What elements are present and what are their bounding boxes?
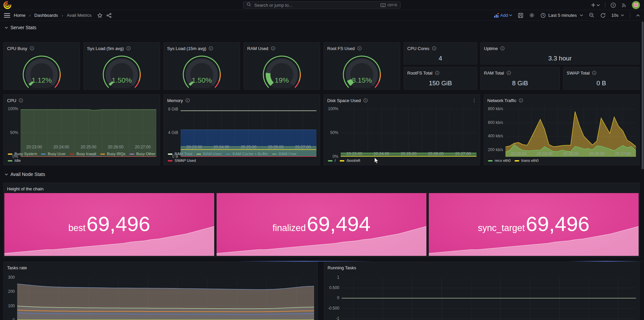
panel-menu-icon[interactable]: ⋮ [472,99,477,102]
legend-item[interactable]: recv eth0 [488,157,510,164]
stat-best[interactable]: best69,496 [4,193,214,256]
axis-tick-label: 20:26:00 [428,151,444,156]
panel-title[interactable]: Tasks rate [7,265,27,270]
section-avail-node-stats[interactable]: Avail Node Stats [5,172,45,177]
info-icon[interactable] [357,46,362,51]
info-icon[interactable] [185,98,190,103]
stat-value: 4 [404,52,477,64]
legend-item[interactable]: trans eth0 [515,157,538,164]
panel-title[interactable]: RAM Total [484,71,504,76]
gauge: 8.15% [324,52,400,90]
running-tasks-chart[interactable] [342,278,636,320]
menu-toggle-button[interactable] [4,13,10,18]
zoom-out-icon[interactable] [589,12,595,18]
info-icon[interactable] [126,46,131,51]
info-icon[interactable] [30,46,34,51]
panel-title[interactable]: Running Tasks [328,265,356,270]
search-bar[interactable]: ctrl+k [243,1,401,9]
panel-title[interactable]: Memory [167,98,183,103]
stat-value: 8 GiB [481,77,560,90]
memory-chart[interactable] [181,106,316,144]
save-dashboard-icon[interactable] [518,13,523,18]
panel-swap-total: SWAP Total 0 B [563,67,640,90]
info-icon[interactable] [271,46,275,51]
news-icon[interactable] [621,2,627,8]
avatar[interactable] [632,1,640,9]
search-input[interactable] [254,2,378,8]
stat-sync-target[interactable]: sync_target69,496 [429,193,639,256]
panel-title[interactable]: Sys Load (15m avg) [167,46,206,51]
panel-title[interactable]: Network Traffic [487,98,516,103]
breadcrumb-home[interactable]: Home [14,13,26,18]
info-icon[interactable] [592,71,597,75]
panel-title[interactable]: RootFS Total [407,71,432,76]
panel-title[interactable]: Height of the chain [7,186,43,191]
panel-title[interactable]: Sys Load (5m avg) [87,46,124,51]
cpu-chart[interactable] [21,106,156,144]
panel-title[interactable]: SWAP Total [567,71,590,76]
grafana-logo-icon[interactable] [3,1,11,9]
stat-finalized[interactable]: finalized69,494 [217,193,426,256]
top-nav: ctrl+k ? [0,0,644,10]
axis-tick-label: 20:27:00 [455,151,471,156]
add-panel-button[interactable]: Add [494,13,512,18]
axis-tick-label: 20:24:00 [53,145,69,149]
info-icon[interactable] [506,71,511,75]
settings-gear-icon[interactable] [529,12,535,18]
panel-memory: Memory 0 B4 GiB8 GiB 20:23:0020:24:0020:… [163,94,320,165]
info-icon[interactable] [363,98,368,103]
tasks-rate-chart[interactable] [17,278,314,320]
scrollbar-thumb[interactable] [642,21,644,169]
panel-title[interactable]: CPU [7,98,16,103]
collapse-toolbar-icon[interactable] [636,14,640,17]
panel-cpu-busy: CPU Busy 1.12% [3,42,80,90]
panel-title[interactable]: CPU Busy [7,46,27,51]
new-menu-button[interactable] [591,3,600,7]
legend-label: recv eth0 [495,157,510,164]
time-range-picker[interactable]: Last 5 minutes [540,13,583,18]
legend-color-chip [168,160,173,162]
disk-chart[interactable] [341,106,477,150]
keyboard-shortcut: ctrl+k [380,3,397,7]
breadcrumb-current: Avail Metrics [67,13,91,18]
gauge: 1.50% [84,52,160,90]
axis-tick-label: 20:26:00 [268,145,283,149]
legend-color-chip [340,160,344,162]
info-icon[interactable] [432,46,437,51]
panel-title[interactable]: Root FS Used [327,46,355,51]
help-icon[interactable]: ? [610,2,616,8]
section-title: Server Stats [10,25,36,30]
breadcrumb-separator: › [29,13,31,18]
axis-tick-label: 50% [10,130,18,135]
axis-tick-label: 0% [12,154,18,159]
share-icon[interactable] [106,13,112,18]
network-chart[interactable] [505,106,636,150]
info-icon[interactable] [435,71,440,75]
info-icon[interactable] [519,98,523,103]
axis-tick-label: 20:23:00 [346,151,362,156]
axis-tick-label: 20:24:00 [214,145,229,149]
gauge: 1.12% [4,52,80,90]
legend-item[interactable]: /boot/efi [340,157,360,164]
panel-title[interactable]: RAM Used [247,46,268,51]
y-axis-labels: 10.5000-0.500-1 [328,278,342,320]
panel-title[interactable]: Uptime [484,46,498,51]
section-server-stats[interactable]: Server Stats [5,25,36,30]
section-title: Avail Node Stats [10,172,45,177]
refresh-icon[interactable] [600,13,606,18]
breadcrumb-dashboards[interactable]: Dashboards [34,13,58,18]
panel-title[interactable]: Disk Space Used [327,98,361,103]
info-icon[interactable] [18,98,23,103]
refresh-interval-dropdown[interactable]: 10s [611,13,624,18]
panel-title[interactable]: CPU Cores [407,46,429,51]
axis-tick-label: 20:26:00 [589,151,605,156]
axis-tick-label: 20:25:00 [401,151,417,156]
legend-color-chip [8,160,12,162]
legend-color-chip [328,160,333,162]
legend-color-chip [515,160,519,162]
info-icon[interactable] [209,46,213,51]
chevron-down-icon [5,173,8,176]
info-icon[interactable] [500,46,505,51]
favorite-star-icon[interactable] [97,13,103,18]
x-axis-labels: 20:23:0020:24:0020:25:0020:26:0020:27:00 [7,144,156,150]
